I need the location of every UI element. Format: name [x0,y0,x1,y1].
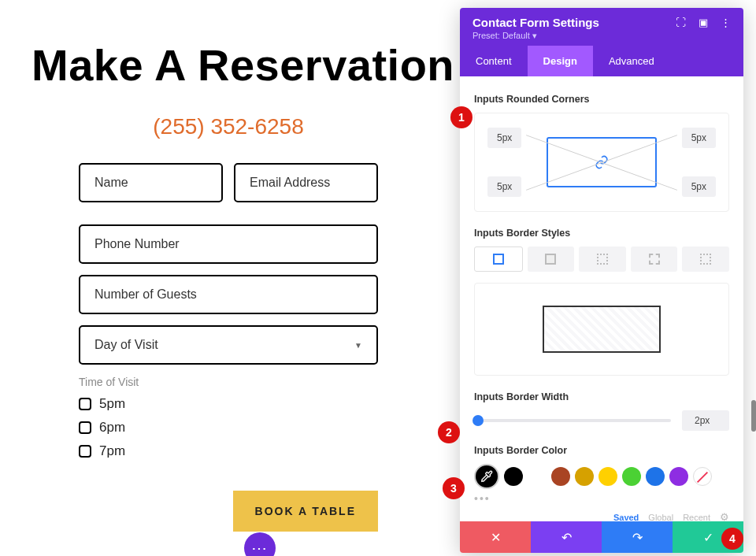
email-field[interactable]: Email Address [234,163,378,202]
border-color-label: Inputs Border Color [474,445,729,456]
tab-advanced[interactable]: Advanced [593,46,670,76]
dock-icon[interactable]: ▣ [699,17,708,28]
redo-button[interactable]: ↷ [602,521,673,553]
scrollbar-thumb[interactable] [751,400,756,432]
callout-badge-2: 2 [438,421,460,443]
border-style-none[interactable] [528,246,575,272]
preset-selector[interactable]: Preset: Default ▾ [472,31,731,41]
color-swatch[interactable] [504,467,523,486]
more-colors-icon[interactable]: ••• [474,492,729,505]
day-select[interactable]: Day of Visit [79,325,378,365]
time-option-label: 5pm [99,396,125,412]
slider-thumb-icon[interactable] [472,415,484,426]
callout-badge-3: 3 [443,477,465,499]
color-tab-global[interactable]: Global [648,513,673,522]
time-option-7pm[interactable]: 7pm [79,443,378,459]
page-title: Make A Reservation [32,39,425,91]
border-style-dotted[interactable] [579,246,626,272]
book-table-button[interactable]: BOOK A TABLE [233,491,378,532]
name-field[interactable]: Name [79,163,223,202]
checkbox-icon [79,445,91,458]
color-source-tabs: Saved Global Recent ⚙ [474,511,729,521]
tab-design[interactable]: Design [528,46,593,76]
checkbox-icon [79,398,91,410]
color-swatch[interactable] [528,467,547,486]
panel-header: Contact Form Settings ⛶ ▣ ⋮ Preset: Defa… [460,8,743,46]
link-icon[interactable] [595,155,609,169]
kebab-icon[interactable]: ⋮ [721,17,731,28]
time-option-5pm[interactable]: 5pm [79,396,378,412]
builder-fab-button[interactable]: ⋯ [244,532,276,556]
color-swatch[interactable] [551,467,570,486]
border-width-slider[interactable] [474,419,671,422]
square-dashed-icon [649,254,660,265]
square-dotted-icon [700,254,711,265]
border-style-solid[interactable] [474,246,523,272]
callout-badge-4: 4 [721,528,743,550]
square-dotted-icon [597,254,608,265]
corner-top-left[interactable]: 5px [487,128,521,148]
panel-tabs: Content Design Advanced [460,46,743,76]
panel-title: Contact Form Settings [472,16,599,29]
expand-icon[interactable]: ⛶ [676,17,686,28]
border-width-label: Inputs Border Width [474,391,729,402]
color-swatch[interactable] [622,467,641,486]
reservation-form: Name Email Address Phone Number Number o… [32,163,425,459]
color-tab-saved[interactable]: Saved [613,513,639,522]
border-preview [543,306,661,353]
time-of-visit-label: Time of Visit [79,376,378,388]
border-style-dashed[interactable] [631,246,678,272]
corner-preview [547,137,657,187]
color-swatch[interactable] [575,467,594,486]
border-style-double[interactable] [682,246,729,272]
square-solid-icon [493,254,504,265]
border-styles-label: Inputs Border Styles [474,228,729,239]
panel-footer: ✕ ↶ ↷ ✓ [460,521,743,553]
color-picker-button[interactable] [474,464,499,489]
gear-icon[interactable]: ⚙ [720,511,729,521]
border-width-value[interactable]: 2px [682,410,729,431]
undo-button[interactable]: ↶ [531,521,602,553]
border-preview-wrap [474,283,729,376]
phone-number: (255) 352-6258 [32,114,425,139]
tab-content[interactable]: Content [460,46,528,76]
border-width-control: 2px [474,410,729,431]
color-swatch[interactable] [598,467,617,486]
corner-top-right[interactable]: 5px [682,128,716,148]
corner-bottom-right[interactable]: 5px [682,176,716,197]
square-none-icon [545,254,556,265]
panel-body: Inputs Rounded Corners 5px 5px 5px 5px I [460,76,743,521]
rounded-corners-label: Inputs Rounded Corners [474,94,729,105]
checkbox-icon [79,421,91,434]
rounded-corners-control: 5px 5px 5px 5px [474,113,729,212]
callout-badge-1: 1 [450,106,472,128]
color-tab-recent[interactable]: Recent [683,513,710,522]
color-swatch[interactable] [669,467,688,486]
eyedropper-icon [480,470,493,483]
phone-field[interactable]: Phone Number [79,224,378,264]
color-swatch[interactable] [646,467,665,486]
time-option-label: 6pm [99,420,125,436]
close-button[interactable]: ✕ [460,521,531,553]
corner-bottom-left[interactable]: 5px [487,176,521,197]
color-swatch-row [474,464,729,489]
border-style-selector [474,246,729,272]
time-option-6pm[interactable]: 6pm [79,420,378,436]
page-preview: Make A Reservation (255) 352-6258 Name E… [0,0,457,532]
settings-panel: Contact Form Settings ⛶ ▣ ⋮ Preset: Defa… [460,8,743,553]
time-option-label: 7pm [99,443,125,459]
guests-field[interactable]: Number of Guests [79,275,378,314]
color-swatch-none[interactable] [693,467,712,486]
